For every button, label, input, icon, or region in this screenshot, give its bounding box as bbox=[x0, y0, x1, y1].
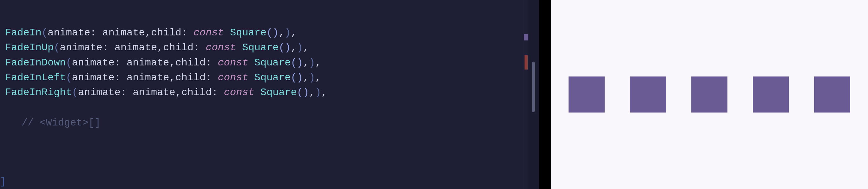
comma: , bbox=[303, 42, 309, 53]
param-name: child bbox=[175, 57, 206, 69]
param-name: child bbox=[175, 72, 206, 83]
square-widget bbox=[568, 76, 604, 113]
editor-minimap[interactable] bbox=[522, 0, 528, 189]
arg-value: animate bbox=[133, 87, 175, 98]
param-name: animate bbox=[72, 72, 114, 83]
open-paren: ( bbox=[279, 42, 285, 53]
code-line-1[interactable]: FadeIn(animate: animate,child: const Squ… bbox=[5, 25, 522, 40]
comma: , bbox=[175, 87, 181, 98]
param-name: animate bbox=[78, 87, 120, 98]
comma: , bbox=[315, 57, 321, 69]
class-name: FadeInLeft bbox=[5, 72, 66, 83]
keyword: const bbox=[218, 72, 248, 83]
open-paren: ( bbox=[54, 42, 60, 53]
comma: , bbox=[169, 72, 175, 83]
comma: , bbox=[315, 72, 321, 83]
param-name: child bbox=[181, 87, 212, 98]
scrollbar-thumb[interactable] bbox=[532, 62, 535, 112]
param-name: child bbox=[163, 42, 193, 53]
colon: : bbox=[121, 87, 127, 98]
colon: : bbox=[115, 72, 121, 83]
arg-value: animate bbox=[102, 27, 145, 39]
arg-value: animate bbox=[127, 72, 169, 83]
comma: , bbox=[279, 27, 285, 39]
open-paren: ( bbox=[297, 87, 303, 98]
keyword: const bbox=[193, 27, 224, 39]
param-name: animate bbox=[60, 42, 102, 53]
open-paren: ( bbox=[41, 27, 48, 39]
class-name: FadeIn bbox=[5, 27, 41, 39]
colon: : bbox=[90, 27, 96, 39]
keyword: const bbox=[206, 42, 236, 53]
arg-value: animate bbox=[127, 57, 169, 69]
square-widget bbox=[753, 76, 789, 113]
close-paren: ) bbox=[315, 87, 321, 98]
keyword: const bbox=[224, 87, 254, 98]
square-widget bbox=[630, 76, 666, 113]
open-paren: ( bbox=[291, 72, 297, 83]
comma: , bbox=[303, 57, 309, 69]
param-name: child bbox=[151, 27, 181, 39]
open-paren: ( bbox=[66, 72, 72, 83]
code-line-3[interactable]: FadeInDown(animate: animate,child: const… bbox=[5, 55, 522, 70]
type-name: Square bbox=[260, 87, 297, 98]
comma: , bbox=[291, 42, 297, 53]
close-paren: ) bbox=[297, 42, 303, 53]
square-widget bbox=[691, 76, 727, 113]
bracket-icon: ] bbox=[0, 174, 6, 189]
app-preview bbox=[550, 0, 868, 189]
comma: , bbox=[309, 87, 315, 98]
code-line-5[interactable]: FadeInRight(animate: animate,child: cons… bbox=[5, 85, 522, 100]
vertical-scrollbar[interactable] bbox=[528, 0, 539, 189]
param-name: animate bbox=[48, 27, 90, 39]
comma: , bbox=[157, 42, 163, 53]
close-paren: ) bbox=[273, 27, 279, 39]
comma: , bbox=[321, 87, 327, 98]
comma: , bbox=[303, 72, 309, 83]
comma: , bbox=[291, 27, 297, 39]
close-paren: ) bbox=[309, 72, 315, 83]
colon: : bbox=[206, 57, 212, 69]
close-paren: ) bbox=[309, 57, 315, 69]
open-paren: ( bbox=[72, 87, 78, 98]
minimap-marker bbox=[524, 34, 528, 40]
type-name: Square bbox=[254, 57, 290, 69]
open-paren: ( bbox=[66, 57, 72, 69]
class-name: FadeInRight bbox=[5, 87, 72, 98]
close-paren: ) bbox=[285, 27, 290, 39]
arg-value: animate bbox=[115, 42, 157, 53]
comma: , bbox=[145, 27, 151, 39]
close-paren: ) bbox=[303, 87, 309, 98]
code-line-2[interactable]: FadeInUp(animate: animate,child: const S… bbox=[5, 40, 522, 55]
param-name: animate bbox=[72, 57, 114, 69]
code-editor[interactable]: FadeIn(animate: animate,child: const Squ… bbox=[0, 0, 522, 189]
colon: : bbox=[212, 87, 218, 98]
colon: : bbox=[193, 42, 199, 53]
type-name: Square bbox=[230, 27, 267, 39]
colon: : bbox=[206, 72, 212, 83]
square-widget bbox=[814, 76, 850, 113]
type-name: Square bbox=[242, 42, 279, 53]
open-paren: ( bbox=[291, 57, 297, 69]
code-line-4[interactable]: FadeInLeft(animate: animate,child: const… bbox=[5, 70, 522, 85]
minimap-error-marker bbox=[525, 55, 528, 70]
class-name: FadeInDown bbox=[5, 57, 66, 69]
keyword: const bbox=[218, 57, 248, 69]
colon: : bbox=[115, 57, 121, 69]
code-comment: // <Widget>[] bbox=[5, 115, 522, 130]
comma: , bbox=[169, 57, 175, 69]
panel-divider bbox=[539, 0, 550, 189]
close-paren: ) bbox=[297, 72, 303, 83]
type-name: Square bbox=[254, 72, 290, 83]
colon: : bbox=[181, 27, 187, 39]
close-paren: ) bbox=[297, 57, 303, 69]
open-paren: ( bbox=[267, 27, 273, 39]
close-paren: ) bbox=[285, 42, 290, 53]
colon: : bbox=[102, 42, 108, 53]
class-name: FadeInUp bbox=[5, 42, 54, 53]
